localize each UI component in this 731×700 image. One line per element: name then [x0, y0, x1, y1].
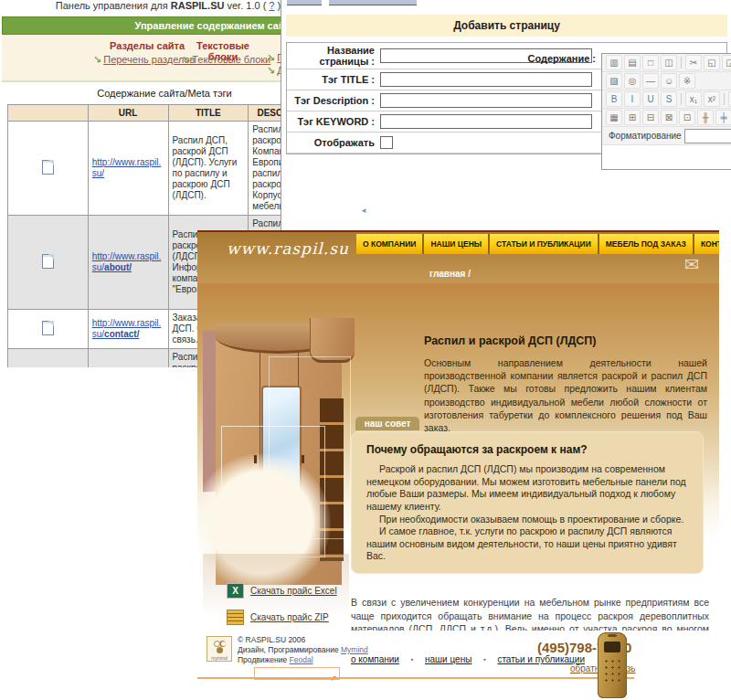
- site-header: www.raspil.su О КОМПАНИИ НАШИ ЦЕНЫ СТАТЬ…: [197, 232, 719, 283]
- subscript-icon[interactable]: x₁: [685, 91, 702, 107]
- nav-item-contacts[interactable]: КОНТАКТЫ: [694, 234, 719, 254]
- new-page-icon[interactable]: □: [642, 55, 659, 70]
- footer-credits: © RASPIL.SU 2006 Дизайн, Программировани…: [238, 635, 368, 665]
- admin-title: Панель управления для RASPIL.SU ver. 1.0…: [0, 0, 283, 11]
- superscript-icon[interactable]: x²: [704, 91, 720, 107]
- zip-icon: [227, 610, 244, 625]
- page-name-label: Название страницы :: [287, 45, 380, 67]
- delete-column-icon[interactable]: ⊡: [679, 110, 695, 125]
- underline-icon[interactable]: U: [642, 91, 659, 107]
- advice-tab[interactable]: наш совет: [355, 417, 419, 430]
- image-icon[interactable]: ▨: [606, 73, 622, 89]
- table-header-icon: [8, 105, 89, 122]
- admin-table-caption: Содержание сайта/Meta тэги: [0, 88, 283, 99]
- display-checkbox[interactable]: [380, 136, 393, 149]
- mymind-logo[interactable]: mymind: [207, 636, 232, 662]
- italic-icon[interactable]: I: [624, 91, 641, 107]
- rich-text-editor: ▥▤□◫✂◱◲◳◰↶↷◉⇄▦◌∞⊘⚓ ▨◎—☺※ BIUSx₁x²≣∷⇤⇥≡≡≡…: [601, 53, 731, 170]
- document-icon[interactable]: [42, 321, 54, 335]
- table-header-url: URL: [88, 105, 168, 122]
- strikethrough-icon[interactable]: S: [661, 91, 677, 107]
- raspil-site-window: www.raspil.su О КОМПАНИИ НАШИ ЦЕНЫ СТАТЬ…: [197, 230, 719, 700]
- nav-item-custom-furniture[interactable]: МЕБЕЛЬ ПОД ЗАКАЗ: [599, 234, 694, 254]
- special-char-icon[interactable]: ※: [679, 73, 695, 89]
- cut-icon[interactable]: ✂: [685, 55, 702, 70]
- truncated-link[interactable]: [287, 0, 322, 5]
- arrow-icon: ↘: [182, 54, 190, 66]
- add-page-form: Название страницы : Тэг TITLE : Тэг Desc…: [286, 42, 727, 154]
- advice-paragraph: Раскрой и распил ДСП (ЛДСП) мы производи…: [366, 463, 688, 514]
- page-title-cell: Распил ДСП, раскрой ДСП (ЛДСП). Услуги п…: [168, 122, 249, 216]
- separator-bullet: ▪: [483, 656, 485, 663]
- insert-row-icon[interactable]: ⊞: [624, 110, 641, 125]
- main-nav: О КОМПАНИИ НАШИ ЦЕНЫ СТАТЬИ И ПУБЛИКАЦИИ…: [356, 234, 719, 254]
- admin-section-header: Управление содержанием сайта ( ? ): [2, 16, 283, 35]
- editor-toolbar-row-5: Форматирование ▾ Шрифт ▾ Размер ▾ T▾◧▾: [602, 127, 731, 145]
- paste-icon[interactable]: ◲: [722, 55, 731, 70]
- advice-paragraph: При необходимости оказываем помощь в про…: [366, 514, 688, 526]
- separator-bullet: ▪: [411, 656, 413, 663]
- footer-link-prices[interactable]: наши цены: [425, 654, 471, 664]
- download-price-zip-link[interactable]: Скачать прайс ZIP: [250, 612, 329, 622]
- nav-item-prices[interactable]: НАШИ ЦЕНЫ: [424, 234, 490, 254]
- display-label: Отображать: [287, 137, 380, 148]
- excel-icon: X: [227, 583, 244, 599]
- preview-icon[interactable]: ▤: [624, 55, 641, 70]
- mymind-link[interactable]: Mymind: [341, 645, 368, 654]
- nav-item-articles[interactable]: СТАТЬИ И ПУБЛИКАЦИИ: [490, 234, 599, 254]
- format-select[interactable]: ▾: [684, 129, 731, 143]
- site-main: X Скачать прайс Excel Скачать прайс ZIP …: [197, 283, 719, 631]
- description-tag-label: Тэг Description :: [287, 95, 380, 106]
- flash-icon[interactable]: ◎: [624, 73, 641, 89]
- smiley-icon[interactable]: ☺: [661, 73, 677, 89]
- insert-table-icon[interactable]: ▦: [606, 110, 622, 125]
- copyright: © RASPIL.SU 2006: [238, 635, 368, 645]
- print-preview-icon[interactable]: ◫: [661, 55, 677, 70]
- keyword-tag-label: Тэг KEYWORD :: [287, 116, 380, 127]
- page-desc-cell: Распил ДСП, раскрой Компания Европил рас…: [249, 122, 283, 216]
- bold-icon[interactable]: B: [606, 91, 622, 107]
- page-url-link[interactable]: http://www.raspil.su/: [92, 157, 162, 178]
- table-header-row: URL TITLE DESCRIPTION: [8, 105, 284, 122]
- footer-link-about[interactable]: о компании: [351, 654, 399, 664]
- site-footer: mymind © RASPIL.SU 2006 Дизайн, Программ…: [197, 631, 719, 700]
- table-header-description: DESCRIPTION: [249, 105, 283, 122]
- divider: [2, 80, 283, 82]
- page-title: Распил и раскрой ДСП (ЛДСП): [424, 334, 707, 347]
- nav-item-about[interactable]: О КОМПАНИИ: [356, 234, 424, 254]
- editor-toolbar-row-4: ▦⊞⊟⊠⊡╫╪◫◨: [602, 109, 731, 127]
- insert-column-icon[interactable]: ⊠: [661, 110, 677, 125]
- delete-row-icon[interactable]: ⊟: [642, 110, 659, 125]
- page-url-link[interactable]: http://www.raspil.su/contact/: [92, 318, 162, 339]
- admin-title-site: RASPIL.SU: [171, 0, 225, 11]
- table-header-title: TITLE: [168, 105, 249, 122]
- site-logo[interactable]: www.raspil.su: [227, 239, 349, 258]
- title-tag-label: Тэг TITLE :: [287, 74, 380, 85]
- content-label: Содержание :: [508, 53, 601, 64]
- envelope-icon[interactable]: ✉: [684, 256, 699, 273]
- document-icon[interactable]: [42, 160, 54, 175]
- editor-toolbar-row-3: BIUSx₁x²≣∷⇤⇥≡≡≡≡: [602, 90, 731, 109]
- toolbar-separator: [681, 93, 682, 105]
- download-item: Скачать прайс ZIP: [227, 610, 337, 625]
- insert-cell-icon[interactable]: ╫: [697, 110, 714, 125]
- copy-icon[interactable]: ◱: [704, 55, 720, 70]
- editor-toolbar-row-1: ▥▤□◫✂◱◲◳◰↶↷◉⇄▦◌∞⊘⚓: [602, 54, 731, 72]
- editor-content-area[interactable]: [602, 145, 731, 169]
- advice-heading: Почему обращаются за раскроем к нам?: [366, 443, 688, 456]
- page-intro: Основным направлением деятельности нашей…: [424, 356, 707, 434]
- toolbar-collapse-icon[interactable]: ◄: [360, 207, 367, 215]
- horizontal-rule-icon[interactable]: —: [642, 73, 659, 89]
- source-icon[interactable]: ▥: [606, 55, 622, 70]
- admin-link-textblocks[interactable]: Текстовые блоки: [192, 54, 270, 65]
- form-header: Добавить страницу: [286, 15, 727, 37]
- document-icon[interactable]: [42, 254, 54, 269]
- page-content: Распил и раскрой ДСП (ЛДСП) Основным нап…: [424, 334, 707, 434]
- delete-cell-icon[interactable]: ╪: [715, 110, 731, 125]
- download-price-excel-link[interactable]: Скачать прайс Excel: [250, 586, 337, 596]
- screenshot-canvas: Панель управления для RASPIL.SU ver. 1.0…: [0, 0, 731, 700]
- feodal-link[interactable]: Feodal: [290, 655, 313, 664]
- truncated-link[interactable]: [329, 0, 417, 5]
- admin-title-prefix: Панель управления для: [56, 0, 171, 11]
- page-url-link[interactable]: http://www.raspil.su/about/: [92, 251, 162, 272]
